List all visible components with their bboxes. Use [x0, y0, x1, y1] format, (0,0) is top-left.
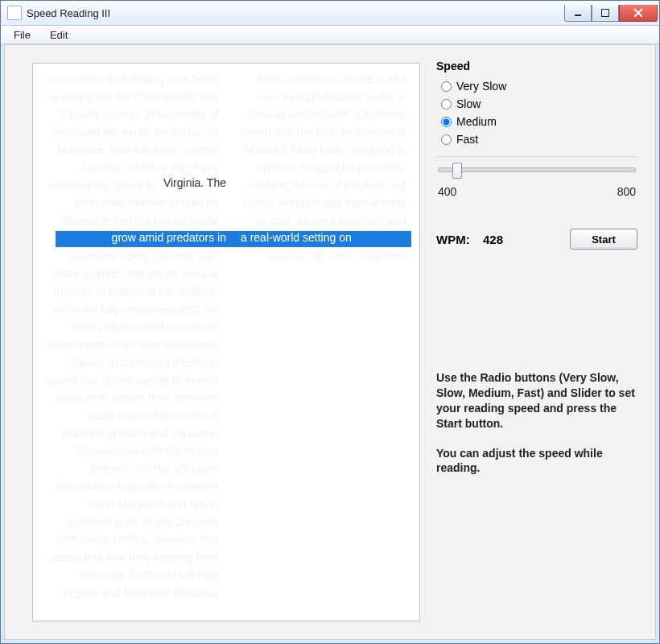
menubar: File Edit	[1, 26, 659, 44]
speed-option-very-slow[interactable]: Very Slow	[436, 77, 637, 95]
maximize-button[interactable]	[592, 5, 619, 22]
app-window: Speed Reading III File Edit a 39 month t…	[0, 0, 660, 644]
instructions-line-2: You can adjust the speed while reading.	[436, 446, 637, 477]
close-button[interactable]	[619, 5, 658, 22]
speed-option-slow[interactable]: Slow	[436, 95, 637, 113]
speed-option-label: Slow	[456, 97, 481, 110]
reading-faded-text: a 39 month task-finding how Asian oyster…	[33, 64, 419, 621]
speed-option-fast[interactable]: Fast	[436, 130, 637, 148]
minimize-button[interactable]	[564, 5, 592, 22]
slider-min-label: 400	[438, 185, 456, 198]
controls-panel: Speed Very Slow Slow Medium	[431, 45, 655, 639]
instructions: Use the Radio buttons (Very Slow, Slow, …	[436, 370, 637, 490]
speed-option-label: Medium	[456, 115, 497, 128]
separator	[436, 156, 637, 158]
speed-slider[interactable]: 400 800	[436, 167, 637, 201]
titlebar: Speed Reading III	[1, 1, 659, 26]
instructions-line-1: Use the Radio buttons (Very Slow, Slow, …	[436, 370, 637, 431]
speed-radio-fast[interactable]	[441, 134, 452, 145]
speed-radio-medium[interactable]	[441, 117, 452, 127]
speed-option-label: Fast	[456, 133, 478, 146]
highlight-right: a real-world setting on	[237, 231, 411, 247]
menu-file[interactable]: File	[6, 27, 39, 43]
speed-option-label: Very Slow	[456, 80, 506, 93]
slider-max-label: 800	[617, 185, 636, 198]
client-area: a 39 month task-finding how Asian oyster…	[4, 44, 656, 640]
highlight-left: grow amid predators in	[56, 231, 237, 247]
slider-thumb[interactable]	[452, 163, 462, 179]
speed-option-medium[interactable]: Medium	[436, 113, 637, 130]
speed-radio-slow[interactable]	[441, 99, 452, 109]
wpm-label: WPM:	[436, 233, 476, 246]
start-button[interactable]: Start	[570, 229, 637, 250]
speed-radio-very-slow[interactable]	[441, 81, 452, 92]
menu-edit[interactable]: Edit	[42, 27, 76, 43]
reading-highlight-text: grow amid predators in a real-world sett…	[56, 231, 411, 247]
speed-radios: Very Slow Slow Medium Fast	[436, 77, 637, 148]
wpm-value: 428	[483, 233, 563, 246]
reading-focus-line: Virginia. The	[57, 176, 226, 189]
window-controls	[564, 5, 659, 22]
window-title: Speed Reading III	[27, 7, 564, 19]
reading-pane: a 39 month task-finding how Asian oyster…	[32, 63, 420, 621]
speed-label: Speed	[436, 60, 637, 72]
app-icon	[7, 6, 22, 20]
